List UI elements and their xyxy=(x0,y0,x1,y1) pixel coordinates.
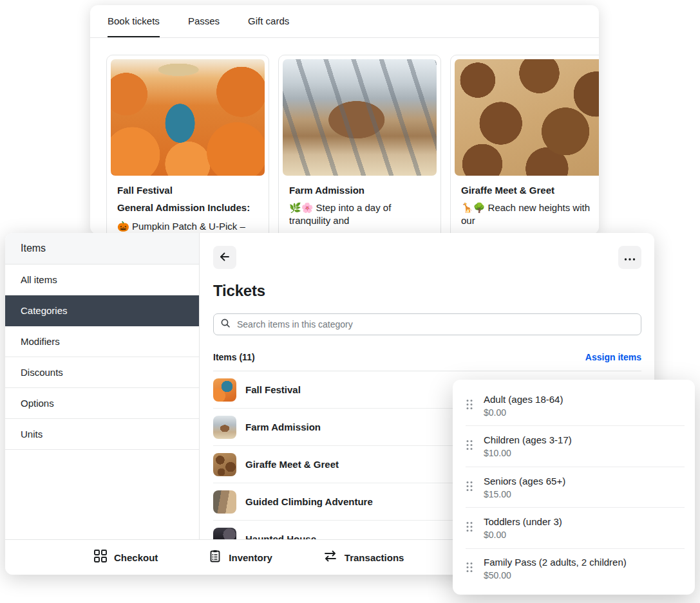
item-thumbnail xyxy=(213,416,236,439)
drag-handle-icon[interactable] xyxy=(466,440,473,453)
items-list-header: Items (11) Assign items xyxy=(213,352,641,371)
page: Book tickets Passes Gift cards Fall Fest… xyxy=(0,0,700,603)
back-button[interactable] xyxy=(213,246,236,269)
variation-price: $50.00 xyxy=(484,570,627,580)
search-input[interactable] xyxy=(236,319,634,330)
item-thumbnail xyxy=(213,378,236,402)
nav-label: Inventory xyxy=(229,552,272,563)
variation-price: $15.00 xyxy=(484,489,565,499)
sidebar-item-all-items[interactable]: All items xyxy=(5,264,199,295)
card-description-line: General Admission Includes: xyxy=(117,201,258,214)
card-body: Farm Admission 🌿🌸 Step into a day of tra… xyxy=(283,176,437,234)
nav-label: Transactions xyxy=(345,552,404,563)
variation-name: Children (ages 3-17) xyxy=(484,434,572,445)
card-title: Giraffe Meet & Greet xyxy=(461,185,599,196)
card-title: Farm Admission xyxy=(289,185,430,196)
booking-tabbar: Book tickets Passes Gift cards xyxy=(90,5,599,38)
variation-row-children[interactable]: Children (ages 3-17) $10.00 xyxy=(466,426,685,467)
sidebar-item-options[interactable]: Options xyxy=(5,388,199,419)
book-tickets-window: Book tickets Passes Gift cards Fall Fest… xyxy=(90,5,599,234)
card-description-line: 🎃 Pumpkin Patch & U-Pick – Choose... xyxy=(117,220,258,234)
drag-handle-icon[interactable] xyxy=(466,562,473,575)
goat-photo xyxy=(283,59,437,176)
variation-name: Seniors (ages 65+) xyxy=(484,476,565,487)
product-card-fall-festival[interactable]: Fall Festival General Admission Includes… xyxy=(106,55,269,234)
card-body: Fall Festival General Admission Includes… xyxy=(111,176,265,234)
item-name: Guided Climbing Adventure xyxy=(245,496,373,507)
giraffe-photo xyxy=(455,59,599,176)
variation-name: Family Pass (2 adults, 2 children) xyxy=(484,557,627,568)
category-search xyxy=(213,313,641,335)
product-card-farm-admission[interactable]: Farm Admission 🌿🌸 Step into a day of tra… xyxy=(278,55,441,234)
variation-name: Adult (ages 18-64) xyxy=(484,394,563,405)
sidebar-item-categories[interactable]: Categories xyxy=(5,295,199,326)
category-title: Tickets xyxy=(213,282,641,300)
item-name: Farm Admission xyxy=(245,422,321,432)
card-body: Giraffe Meet & Greet 🦒🌳 Reach new height… xyxy=(455,176,599,234)
card-title: Fall Festival xyxy=(117,185,258,196)
tab-passes[interactable]: Passes xyxy=(188,5,220,37)
transfer-arrows-icon xyxy=(323,550,338,565)
product-card-giraffe-meet-greet[interactable]: Giraffe Meet & Greet 🦒🌳 Reach new height… xyxy=(450,55,599,234)
card-description-line: 🦒🌳 Reach new heights with our xyxy=(461,201,599,227)
sidebar-title: Items xyxy=(5,233,199,264)
pumpkin-patch-photo xyxy=(111,59,265,176)
nav-item-transactions[interactable]: Transactions xyxy=(323,550,404,565)
nav-item-inventory[interactable]: Inventory xyxy=(208,549,272,566)
drag-handle-icon[interactable] xyxy=(466,481,473,494)
item-thumbnail xyxy=(213,490,236,514)
item-name: Haunted House xyxy=(245,533,316,539)
nav-label: Checkout xyxy=(114,552,158,563)
variation-price: $0.00 xyxy=(484,530,562,540)
assign-items-link[interactable]: Assign items xyxy=(585,352,641,362)
variation-name: Toddlers (under 3) xyxy=(484,516,562,527)
variation-price: $10.00 xyxy=(484,448,572,458)
more-options-button[interactable] xyxy=(618,246,641,269)
variation-row-adult[interactable]: Adult (ages 18-64) $0.00 xyxy=(466,385,685,426)
items-sidebar: Items All items Categories Modifiers Dis… xyxy=(5,233,200,539)
ellipsis-icon xyxy=(624,253,636,263)
back-arrow-icon xyxy=(219,252,231,264)
sidebar-item-units[interactable]: Units xyxy=(5,419,199,450)
card-description-line: 🌿🌸 Step into a day of tranquility and xyxy=(289,201,430,227)
tab-gift-cards[interactable]: Gift cards xyxy=(248,5,289,37)
variation-row-family-pass[interactable]: Family Pass (2 adults, 2 children) $50.0… xyxy=(466,549,685,589)
category-topbar xyxy=(200,233,654,269)
variation-row-toddlers[interactable]: Toddlers (under 3) $0.00 xyxy=(466,508,685,548)
item-name: Fall Festival xyxy=(245,384,301,395)
drag-handle-icon[interactable] xyxy=(466,399,473,413)
sidebar-item-discounts[interactable]: Discounts xyxy=(5,357,199,388)
drag-handle-icon[interactable] xyxy=(466,521,473,535)
search-icon xyxy=(220,318,231,331)
clipboard-icon xyxy=(208,549,222,566)
ticket-variations-panel: Adult (ages 18-64) $0.00 Children (ages … xyxy=(453,380,695,595)
variation-row-seniors[interactable]: Seniors (ages 65+) $15.00 xyxy=(466,467,685,508)
variation-price: $0.00 xyxy=(484,407,563,418)
item-thumbnail xyxy=(213,453,236,476)
product-card-list: Fall Festival General Admission Includes… xyxy=(90,38,599,234)
grid-checkout-icon xyxy=(93,549,108,566)
item-thumbnail xyxy=(213,528,236,540)
sidebar-item-modifiers[interactable]: Modifiers xyxy=(5,326,199,357)
nav-item-checkout[interactable]: Checkout xyxy=(93,549,158,566)
tab-book-tickets[interactable]: Book tickets xyxy=(108,5,160,37)
items-count: Items (11) xyxy=(213,352,255,362)
item-name: Giraffe Meet & Greet xyxy=(245,459,339,470)
